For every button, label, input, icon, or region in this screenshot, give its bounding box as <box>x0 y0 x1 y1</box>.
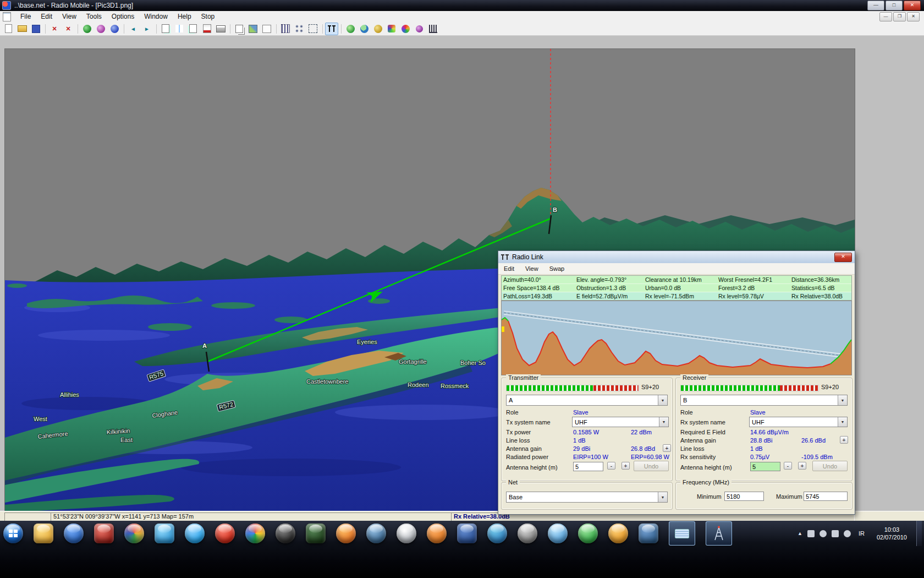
copy-icon[interactable] <box>233 23 246 35</box>
tray-chevron-icon[interactable]: ▲ <box>798 531 802 536</box>
tray-network-icon[interactable] <box>832 530 839 537</box>
audio-app-icon[interactable] <box>276 524 295 543</box>
rx-height-minus-button[interactable]: - <box>784 462 792 470</box>
rx-antenna-height-input[interactable] <box>750 462 780 471</box>
menu-options[interactable]: Options <box>107 12 139 21</box>
minimize-button[interactable]: — <box>867 1 884 10</box>
dialog-titlebar[interactable]: Radio Link ✕ <box>498 251 855 264</box>
terrain-profile-chart[interactable] <box>501 301 852 375</box>
frequency-max-input[interactable] <box>804 492 848 501</box>
save-icon[interactable] <box>29 23 42 35</box>
mdi-minimize-button[interactable]: — <box>879 12 892 21</box>
skype-icon[interactable] <box>185 524 205 543</box>
net-combo[interactable]: Base <box>506 492 668 503</box>
radio-tower-app-slot[interactable] <box>706 521 732 546</box>
menu-tools[interactable]: Tools <box>81 12 107 21</box>
delete-net-icon[interactable] <box>48 23 61 35</box>
tx-undo-button[interactable]: Undo <box>634 461 669 471</box>
white-picture-icon[interactable] <box>260 23 273 35</box>
rx-gain-plus-button[interactable]: + <box>840 436 848 444</box>
tx-height-plus-button[interactable]: + <box>622 462 630 470</box>
media-classic-icon[interactable] <box>366 524 386 543</box>
goto-last-icon[interactable] <box>140 23 153 35</box>
avi-codec-icon[interactable] <box>457 524 477 543</box>
firefox-icon[interactable] <box>336 524 356 543</box>
chevron-down-icon[interactable] <box>659 417 668 427</box>
taskbar-clock[interactable]: 10:03 02/07/2010 <box>872 526 911 541</box>
tx-height-minus-button[interactable]: - <box>607 462 615 470</box>
globe-blue-icon[interactable] <box>108 23 121 35</box>
tx-gain-plus-button[interactable]: + <box>663 444 671 452</box>
office-icon[interactable] <box>124 524 144 543</box>
tray-shield-icon[interactable] <box>844 530 851 537</box>
messenger-icon[interactable] <box>578 524 598 543</box>
export-pdf-icon[interactable] <box>200 23 213 35</box>
menu-view[interactable]: View <box>57 12 81 21</box>
show-desktop-button[interactable] <box>916 521 922 546</box>
merge-picture-icon[interactable] <box>246 23 260 35</box>
menu-window[interactable]: Window <box>139 12 173 21</box>
menu-edit[interactable]: Edit <box>36 12 57 21</box>
chevron-down-icon[interactable] <box>658 395 667 405</box>
dialog-menu-swap[interactable]: Swap <box>544 264 570 273</box>
rx-height-plus-button[interactable]: + <box>798 462 806 470</box>
globe-pink-icon[interactable] <box>94 23 107 35</box>
rx-undo-button[interactable]: Undo <box>812 461 848 471</box>
tx-system-combo[interactable]: UHF <box>572 417 669 427</box>
dialog-menu-view[interactable]: View <box>520 264 544 273</box>
disc-burner-icon[interactable] <box>397 524 416 543</box>
rx-unit-combo[interactable]: B <box>680 395 848 406</box>
language-indicator[interactable]: IR <box>856 529 867 538</box>
tray-volume-icon[interactable] <box>820 530 827 537</box>
keyboard-app-slot[interactable] <box>669 521 695 546</box>
mdi-child-icon[interactable] <box>3 12 11 21</box>
site-b-label[interactable]: B <box>553 206 557 213</box>
media-player-icon[interactable] <box>64 524 84 543</box>
maximize-button[interactable]: □ <box>886 1 903 10</box>
chevron-down-icon[interactable] <box>838 417 847 427</box>
vlc-icon[interactable] <box>427 524 447 543</box>
tx-unit-combo[interactable]: A <box>506 395 668 406</box>
dialog-menu-edit[interactable]: Edit <box>498 264 520 273</box>
display-settings-icon[interactable] <box>639 524 658 543</box>
grid-select-icon[interactable] <box>279 23 292 35</box>
chevron-down-icon[interactable] <box>658 492 667 502</box>
frequency-min-input[interactable] <box>724 492 764 501</box>
close-button[interactable]: ✕ <box>904 1 921 10</box>
fence-select-icon[interactable] <box>306 23 320 35</box>
settings-gear-icon[interactable] <box>518 524 537 543</box>
chevron-down-icon[interactable] <box>838 395 847 405</box>
dreamweaver-icon[interactable] <box>306 524 326 543</box>
menu-file[interactable]: File <box>15 12 36 21</box>
mdi-close-button[interactable]: ✕ <box>907 12 920 21</box>
globe-land-icon[interactable] <box>358 23 371 35</box>
styles-icon[interactable] <box>385 23 398 35</box>
tools-delete-icon[interactable] <box>62 23 75 35</box>
tx-antenna-height-input[interactable] <box>573 462 603 471</box>
picture-prev-icon[interactable] <box>159 23 172 35</box>
goto-first-icon[interactable] <box>127 23 140 35</box>
picture-next-icon[interactable] <box>186 23 200 35</box>
menu-stop[interactable]: Stop <box>196 12 220 21</box>
picture-pair-icon[interactable] <box>173 23 186 35</box>
mdi-restore-button[interactable]: ❐ <box>893 12 906 21</box>
chrome-icon[interactable] <box>245 524 265 543</box>
start-button[interactable] <box>3 524 23 543</box>
menu-help[interactable]: Help <box>173 12 196 21</box>
purple-ball-icon[interactable] <box>413 23 426 35</box>
print-icon[interactable] <box>214 23 227 35</box>
opera-icon[interactable] <box>215 524 235 543</box>
new-icon[interactable] <box>2 23 15 35</box>
antenna-pattern-icon[interactable] <box>426 23 439 35</box>
rainbow-colors-icon[interactable] <box>399 23 412 35</box>
rx-system-combo[interactable]: UHF <box>749 417 848 427</box>
explorer-icon[interactable] <box>34 524 53 543</box>
pdf-reader-icon[interactable] <box>94 524 114 543</box>
align-units-icon[interactable] <box>293 23 306 35</box>
time-zone-icon[interactable] <box>371 23 384 35</box>
download-manager-icon[interactable] <box>608 524 628 543</box>
dialog-close-button[interactable]: ✕ <box>834 253 852 262</box>
globe-map-icon[interactable] <box>80 23 94 35</box>
radio-link-icon[interactable] <box>325 23 338 35</box>
site-a-label[interactable]: A <box>202 342 207 349</box>
